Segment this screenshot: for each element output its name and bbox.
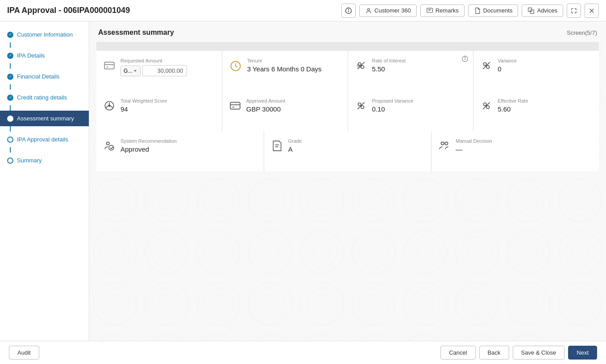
card-value-effective-rate: 5.60 bbox=[498, 105, 528, 113]
card-value-variance: 0 bbox=[498, 65, 517, 73]
svg-point-24 bbox=[484, 63, 487, 66]
card-label-proposed-variance: Proposed Variance bbox=[372, 98, 414, 103]
svg-point-25 bbox=[486, 66, 490, 69]
footer: Audit Cancel Back Save & Close Next bbox=[0, 341, 606, 364]
card-requested-amount: Requested Amount G... bbox=[96, 51, 222, 91]
card-label-approved-amount: Approved Amount bbox=[246, 98, 285, 103]
card-rate-of-interest: % Rate of Interest 5.50 bbox=[348, 51, 473, 91]
sidebar-item-summary[interactable]: Summary bbox=[0, 153, 89, 168]
expand-icon bbox=[571, 8, 577, 14]
card-icon-variance bbox=[481, 60, 492, 71]
sidebar-item-customer-information[interactable]: Customer Information bbox=[0, 27, 89, 42]
card-content-grade: Grade A bbox=[288, 138, 302, 153]
card-value-system-recommendation: Approved bbox=[120, 145, 177, 153]
card-proposed-variance: Proposed Variance 0.10 bbox=[348, 91, 473, 131]
next-button[interactable]: Next bbox=[568, 346, 597, 360]
save-close-button[interactable]: Save & Close bbox=[513, 346, 565, 360]
card-label-grade: Grade bbox=[288, 138, 302, 144]
footer-right: Cancel Back Save & Close Next bbox=[440, 346, 597, 360]
remarks-icon bbox=[426, 7, 433, 14]
sidebar-connector bbox=[10, 147, 11, 153]
svg-point-35 bbox=[484, 103, 487, 106]
svg-text:%: % bbox=[357, 63, 361, 69]
header-actions: Customer 360 Remarks Documents Advices bbox=[341, 4, 599, 18]
card-tenure: Tenure 3 Years 6 Months 0 Days bbox=[222, 51, 348, 91]
documents-icon bbox=[474, 7, 481, 14]
card-content-requested-amount: Requested Amount G... bbox=[120, 58, 187, 76]
card-icon-grade bbox=[271, 140, 283, 152]
customer360-button[interactable]: Customer 360 bbox=[359, 4, 417, 17]
expand-button[interactable] bbox=[567, 4, 581, 18]
card-icon-effective-rate bbox=[481, 100, 492, 112]
sidebar-connector bbox=[10, 84, 11, 90]
card-content-tenure: Tenure 3 Years 6 Months 0 Days bbox=[247, 58, 322, 73]
advices-button[interactable]: Advices bbox=[522, 4, 563, 17]
card-label-tenure: Tenure bbox=[247, 58, 322, 63]
sidebar-dot-active bbox=[7, 116, 13, 122]
page-title: IPA Approval - 006IPA000001049 bbox=[7, 6, 130, 15]
card-value-tenure: 3 Years 6 Months 0 Days bbox=[247, 65, 322, 73]
svg-point-23 bbox=[465, 57, 465, 58]
svg-point-3 bbox=[368, 8, 370, 11]
sidebar-item-financial-details[interactable]: Financial Details bbox=[0, 69, 89, 84]
svg-point-44 bbox=[445, 142, 448, 145]
sidebar-item-credit-rating-details[interactable]: Credit rating details bbox=[0, 90, 89, 105]
info-button[interactable] bbox=[341, 4, 356, 18]
footer-left: Audit bbox=[9, 346, 39, 360]
card-value-weighted-score: 94 bbox=[120, 105, 167, 113]
svg-point-39 bbox=[109, 145, 114, 150]
cancel-button[interactable]: Cancel bbox=[440, 346, 475, 360]
card-value-proposed-variance: 0.10 bbox=[372, 105, 414, 113]
close-button[interactable] bbox=[585, 4, 599, 18]
assessment-summary-content: Assessment summary Screen(5/7) bbox=[89, 21, 606, 171]
card-icon-rate-of-interest: % bbox=[355, 60, 367, 71]
card-grade: Grade A bbox=[264, 131, 432, 171]
info-icon bbox=[345, 7, 352, 14]
card-label-manual-decision: Manual Decision bbox=[456, 138, 492, 144]
cards-row1: Requested Amount G... bbox=[96, 51, 599, 91]
sidebar-connector bbox=[10, 42, 11, 48]
card-manual-decision: Manual Decision — bbox=[432, 131, 599, 171]
sidebar-dot bbox=[7, 95, 13, 101]
card-label-requested-amount: Requested Amount bbox=[120, 58, 187, 63]
svg-point-2 bbox=[349, 9, 349, 9]
back-button[interactable]: Back bbox=[479, 346, 509, 360]
card-label-variance: Variance bbox=[498, 58, 517, 63]
sidebar-item-assessment-summary[interactable]: Assessment summary bbox=[0, 111, 89, 126]
main-layout: Customer Information IPA Details Financi… bbox=[0, 21, 606, 341]
svg-rect-4 bbox=[427, 8, 432, 12]
sidebar-item-ipa-details[interactable]: IPA Details bbox=[0, 48, 89, 63]
amount-input[interactable] bbox=[142, 65, 187, 76]
svg-point-43 bbox=[441, 142, 444, 145]
card-value-approved-amount: GBP 30000 bbox=[246, 105, 285, 113]
card-content-approved-amount: Approved Amount GBP 30000 bbox=[246, 98, 285, 113]
svg-rect-5 bbox=[528, 8, 532, 11]
svg-point-18 bbox=[361, 66, 364, 69]
cards-row2: Total Weighted Score 94 Approved bbox=[96, 91, 599, 131]
app-header: IPA Approval - 006IPA000001049 Customer … bbox=[0, 0, 606, 21]
customer360-icon bbox=[365, 7, 372, 14]
remarks-button[interactable]: Remarks bbox=[420, 4, 465, 17]
svg-point-32 bbox=[358, 103, 361, 106]
screen-indicator: Screen(5/7) bbox=[567, 29, 597, 36]
sidebar-item-ipa-approval-details[interactable]: IPA Approval details bbox=[0, 132, 89, 147]
card-content-variance: Variance 0 bbox=[498, 58, 517, 73]
card-effective-rate: Effective Rate 5.60 bbox=[473, 91, 599, 131]
audit-button[interactable]: Audit bbox=[9, 346, 39, 360]
card-label-system-recommendation: System Recommendation bbox=[120, 138, 177, 144]
card-variance: Variance 0 bbox=[473, 51, 599, 91]
card-label-rate-of-interest: Rate of Interest bbox=[372, 58, 406, 63]
card-total-weighted-score: Total Weighted Score 94 bbox=[96, 91, 222, 131]
sidebar-connector bbox=[10, 126, 11, 132]
card-label-weighted-score: Total Weighted Score bbox=[120, 98, 167, 103]
info-icon-rate[interactable] bbox=[461, 55, 469, 64]
documents-button[interactable]: Documents bbox=[468, 4, 519, 17]
card-icon-manual-decision bbox=[439, 140, 450, 152]
sidebar-dot bbox=[7, 136, 13, 143]
card-icon-tenure bbox=[229, 60, 242, 72]
sidebar: Customer Information IPA Details Financi… bbox=[0, 21, 89, 341]
cards-row3: System Recommendation Approved bbox=[96, 131, 599, 171]
currency-select[interactable]: G... bbox=[120, 66, 141, 76]
card-content-effective-rate: Effective Rate 5.60 bbox=[498, 98, 528, 113]
svg-point-33 bbox=[361, 106, 364, 109]
